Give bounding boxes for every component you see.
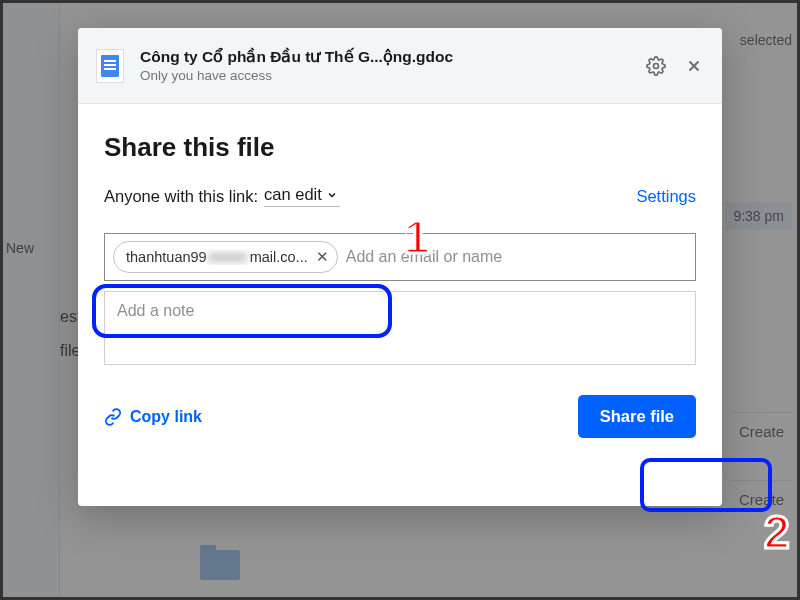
chip-prefix: thanhtuan99 [126, 249, 207, 265]
svg-point-0 [654, 63, 659, 68]
email-input[interactable] [346, 234, 685, 280]
share-modal: Công ty Cổ phần Đầu tư Thế G...ộng.gdoc … [78, 28, 722, 506]
permission-row: Anyone with this link: can edit Settings [104, 185, 696, 207]
email-chip[interactable]: thanhtuan99■■■■mail.co... ✕ [113, 241, 338, 273]
permission-dropdown[interactable]: can edit [264, 185, 340, 207]
header-text: Công ty Cổ phần Đầu tư Thế G...ộng.gdoc … [140, 48, 646, 83]
share-heading: Share this file [104, 132, 696, 163]
file-title: Công ty Cổ phần Đầu tư Thế G...ộng.gdoc [140, 48, 646, 66]
chip-remove-icon[interactable]: ✕ [316, 248, 329, 266]
modal-footer: Copy link Share file [104, 395, 696, 438]
share-file-button[interactable]: Share file [578, 395, 696, 438]
copy-link-label: Copy link [130, 408, 202, 426]
chip-redacted: ■■■■ [209, 249, 248, 265]
link-icon [104, 408, 122, 426]
gear-icon[interactable] [646, 56, 666, 76]
settings-link[interactable]: Settings [636, 187, 696, 206]
email-field-row[interactable]: thanhtuan99■■■■mail.co... ✕ [104, 233, 696, 281]
modal-header: Công ty Cổ phần Đầu tư Thế G...ộng.gdoc … [78, 28, 722, 104]
gdoc-icon [96, 49, 124, 83]
note-textarea[interactable]: Add a note [104, 291, 696, 365]
modal-body: Share this file Anyone with this link: c… [78, 104, 722, 506]
copy-link-button[interactable]: Copy link [104, 408, 202, 426]
permission-value: can edit [264, 185, 322, 204]
close-icon[interactable] [684, 56, 704, 76]
access-subtitle: Only you have access [140, 68, 646, 83]
chip-suffix: mail.co... [250, 249, 308, 265]
permission-prefix: Anyone with this link: [104, 187, 258, 206]
chevron-down-icon [326, 189, 338, 201]
